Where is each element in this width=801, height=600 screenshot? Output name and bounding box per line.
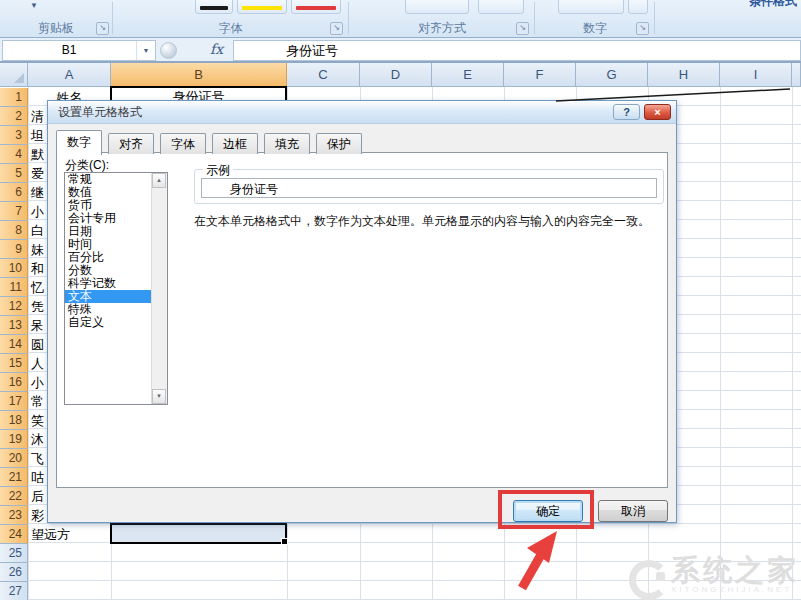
category-listbox[interactable]: 常规数值货币会计专用日期时间百分比分数科学记数文本特殊自定义 ▲ ▼ <box>64 172 168 405</box>
cell-A14[interactable]: 圆 <box>31 335 44 354</box>
dialog-launcher-icon[interactable]: ↘ <box>516 22 529 35</box>
row-header-1[interactable]: 1 <box>0 88 28 107</box>
row-header-3[interactable]: 3 <box>0 126 28 145</box>
border-button[interactable] <box>195 0 233 14</box>
font-color-button[interactable] <box>291 0 341 14</box>
row-header-4[interactable]: 4 <box>0 145 28 164</box>
row-header-5[interactable]: 5 <box>0 164 28 183</box>
cell-A17[interactable]: 常 <box>31 392 44 411</box>
dialog-launcher-icon[interactable]: ↘ <box>636 22 649 35</box>
ribbon-group-label: 对齐方式 <box>352 21 532 35</box>
paste-dropdown-icon[interactable]: ▼ <box>30 1 38 10</box>
sample-preview: 身份证号 <box>201 178 657 198</box>
help-button[interactable]: ? <box>613 104 640 120</box>
sample-groupbox: 示例 身份证号 <box>194 169 664 204</box>
scroll-down-icon[interactable]: ▼ <box>152 389 166 404</box>
row-header-9[interactable]: 9 <box>0 240 28 259</box>
name-box[interactable]: B1 ▼ <box>2 40 156 61</box>
row-header-6[interactable]: 6 <box>0 183 28 202</box>
cell-A4[interactable]: 默 <box>31 145 44 164</box>
row-header-20[interactable]: 20 <box>0 449 28 468</box>
border-icon <box>200 6 228 10</box>
dialog-title-bar[interactable]: 设置单元格格式 ? × <box>48 101 676 124</box>
category-item[interactable]: 自定义 <box>65 316 152 329</box>
ribbon-partial-button[interactable] <box>628 0 648 14</box>
cell-A21[interactable]: 咕 <box>31 468 44 487</box>
number-format-dropdown[interactable] <box>558 0 624 14</box>
row-header-7[interactable]: 7 <box>0 202 28 221</box>
cell-A23[interactable]: 彩 <box>31 506 44 525</box>
column-header-G[interactable]: G <box>576 63 648 87</box>
row-header-19[interactable]: 19 <box>0 430 28 449</box>
row-header-23[interactable]: 23 <box>0 506 28 525</box>
row-header-17[interactable]: 17 <box>0 392 28 411</box>
tab-数字[interactable]: 数字 <box>56 130 102 155</box>
column-header-partial[interactable] <box>792 63 801 87</box>
column-header-C[interactable]: C <box>287 63 360 87</box>
column-header-F[interactable]: F <box>504 63 576 87</box>
cell-A13[interactable]: 呆 <box>31 316 44 335</box>
listbox-scrollbar[interactable]: ▲ ▼ <box>151 173 167 404</box>
row-header-15[interactable]: 15 <box>0 354 28 373</box>
row-header-27[interactable]: 27 <box>0 582 28 600</box>
cell-A6[interactable]: 继 <box>31 183 44 202</box>
row-header-12[interactable]: 12 <box>0 297 28 316</box>
column-header-B[interactable]: B <box>111 63 287 87</box>
column-header-H[interactable]: H <box>648 63 720 87</box>
row-header-14[interactable]: 14 <box>0 335 28 354</box>
ribbon-partial-button[interactable] <box>478 0 524 14</box>
row-header-21[interactable]: 21 <box>0 468 28 487</box>
close-icon[interactable]: × <box>644 104 671 120</box>
cell-A15[interactable]: 人 <box>31 354 44 373</box>
dialog-launcher-icon[interactable]: ↘ <box>330 22 343 35</box>
cell-A24[interactable]: 望远方 <box>31 525 70 544</box>
scroll-up-icon[interactable]: ▲ <box>152 173 166 188</box>
row-header-13[interactable]: 13 <box>0 316 28 335</box>
tab-保护[interactable]: 保护 <box>316 133 362 154</box>
row-header-26[interactable]: 26 <box>0 563 28 582</box>
cell-A8[interactable]: 白 <box>31 221 44 240</box>
row-header-8[interactable]: 8 <box>0 221 28 240</box>
cell-A20[interactable]: 飞 <box>31 449 44 468</box>
row-header-2[interactable]: 2 <box>0 107 28 126</box>
formula-input[interactable]: 身份证号 <box>233 40 801 61</box>
dialog-launcher-icon[interactable]: ↘ <box>96 22 109 35</box>
row-header-11[interactable]: 11 <box>0 278 28 297</box>
cell-A2[interactable]: 清 <box>31 107 44 126</box>
cell-A5[interactable]: 爱 <box>31 164 44 183</box>
cancel-button[interactable]: 取消 <box>598 500 668 522</box>
row-header-16[interactable]: 16 <box>0 373 28 392</box>
ribbon-group-label: 数字 <box>538 21 652 35</box>
cell-A12[interactable]: 凭 <box>31 297 44 316</box>
name-box-dropdown-icon[interactable]: ▼ <box>136 41 155 60</box>
ribbon-partial-button[interactable] <box>405 0 469 14</box>
cell-B24-selection-end[interactable] <box>110 523 287 544</box>
select-all-corner[interactable] <box>0 63 28 87</box>
cell-A9[interactable]: 妹 <box>31 240 44 259</box>
tab-字体[interactable]: 字体 <box>160 133 206 154</box>
column-header-I[interactable]: I <box>720 63 792 87</box>
row-header-18[interactable]: 18 <box>0 411 28 430</box>
row-header-22[interactable]: 22 <box>0 487 28 506</box>
column-header-A[interactable]: A <box>28 63 111 87</box>
insert-function-icon[interactable]: fx <box>210 41 223 57</box>
cell-A22[interactable]: 后 <box>31 487 44 506</box>
tab-填充[interactable]: 填充 <box>264 133 310 154</box>
tab-边框[interactable]: 边框 <box>212 133 258 154</box>
fill-color-button[interactable] <box>237 0 287 14</box>
cell-A10[interactable]: 和 <box>31 259 44 278</box>
grid-line <box>28 87 29 600</box>
row-header-10[interactable]: 10 <box>0 259 28 278</box>
column-header-D[interactable]: D <box>360 63 432 87</box>
cell-A11[interactable]: 忆 <box>31 278 44 297</box>
cell-A19[interactable]: 沐 <box>31 430 44 449</box>
cell-A16[interactable]: 小 <box>31 373 44 392</box>
ribbon-partial-style-group[interactable]: 条件格式 <box>749 0 797 10</box>
cell-A7[interactable]: 小 <box>31 202 44 221</box>
tab-对齐[interactable]: 对齐 <box>108 133 154 154</box>
column-header-E[interactable]: E <box>432 63 504 87</box>
row-header-24[interactable]: 24 <box>0 525 28 544</box>
cell-A3[interactable]: 坦 <box>31 126 44 145</box>
row-header-25[interactable]: 25 <box>0 544 28 563</box>
cell-A18[interactable]: 笑 <box>31 411 44 430</box>
